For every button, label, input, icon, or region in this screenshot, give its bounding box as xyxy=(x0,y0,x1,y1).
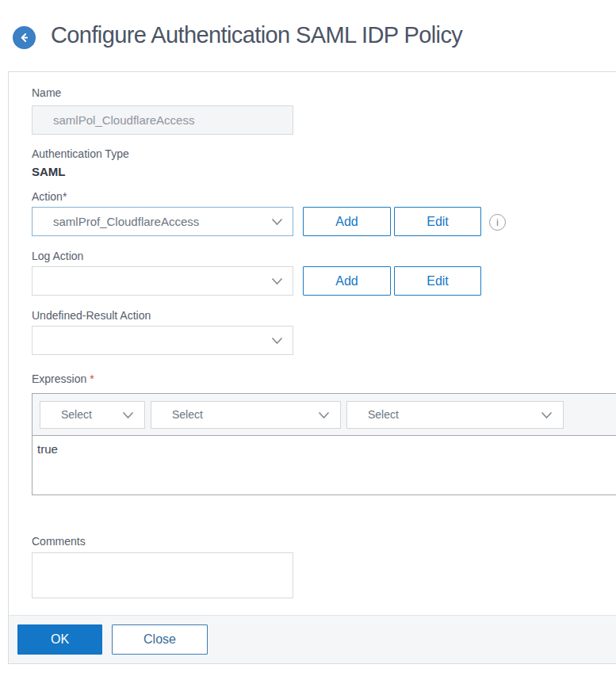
log-action-edit-button[interactable]: Edit xyxy=(394,266,481,296)
comments-input[interactable] xyxy=(32,552,293,598)
chevron-down-icon xyxy=(271,218,283,226)
chevron-down-icon xyxy=(271,337,283,345)
expression-label-text: Expression xyxy=(32,372,86,385)
undefined-result-action-label: Undefined-Result Action xyxy=(32,309,151,322)
page-title: Configure Authentication SAML IDP Policy xyxy=(51,22,462,48)
footer-bar: OK Close xyxy=(9,615,616,663)
expression-select-1[interactable]: Select xyxy=(40,401,145,429)
back-button[interactable] xyxy=(13,26,36,49)
expression-input[interactable]: true xyxy=(33,436,616,495)
ok-button[interactable]: OK xyxy=(17,624,102,655)
arrow-left-icon xyxy=(18,32,30,44)
expression-toolbar: Select Select Select xyxy=(33,394,616,436)
expression-builder: Select Select Select xyxy=(32,393,616,495)
action-select[interactable]: samlProf_CloudflareAccess xyxy=(32,207,293,236)
undefined-result-action-select[interactable] xyxy=(32,326,293,355)
close-button[interactable]: Close xyxy=(112,624,208,655)
chevron-down-icon xyxy=(271,277,283,285)
configure-saml-idp-policy-page: Configure Authentication SAML IDP Policy… xyxy=(0,0,616,695)
expression-select-2[interactable]: Select xyxy=(151,401,341,429)
comments-label: Comments xyxy=(32,535,86,548)
action-add-button[interactable]: Add xyxy=(303,207,391,236)
chevron-down-icon xyxy=(541,411,553,419)
expression-required-mark: * xyxy=(90,372,94,385)
log-action-select[interactable] xyxy=(32,266,293,296)
log-action-add-button[interactable]: Add xyxy=(303,266,391,296)
action-label: Action* xyxy=(32,190,67,203)
expression-select-2-value: Select xyxy=(172,408,203,421)
chevron-down-icon xyxy=(318,411,330,419)
auth-type-label: Authentication Type xyxy=(32,147,129,160)
info-icon[interactable]: i xyxy=(489,214,506,231)
chevron-down-icon xyxy=(122,411,134,419)
action-edit-button[interactable]: Edit xyxy=(394,207,481,236)
expression-label: Expression * xyxy=(32,372,94,385)
name-label: Name xyxy=(32,86,61,99)
expression-select-3-value: Select xyxy=(368,408,399,421)
form-panel: Name samlPol_CloudflareAccess Authentica… xyxy=(8,71,616,664)
log-action-label: Log Action xyxy=(32,250,83,262)
name-input: samlPol_CloudflareAccess xyxy=(32,105,293,135)
expression-select-1-value: Select xyxy=(61,408,92,421)
action-select-value: samlProf_CloudflareAccess xyxy=(53,215,199,228)
auth-type-value: SAML xyxy=(32,165,66,178)
expression-select-3[interactable]: Select xyxy=(346,401,564,429)
